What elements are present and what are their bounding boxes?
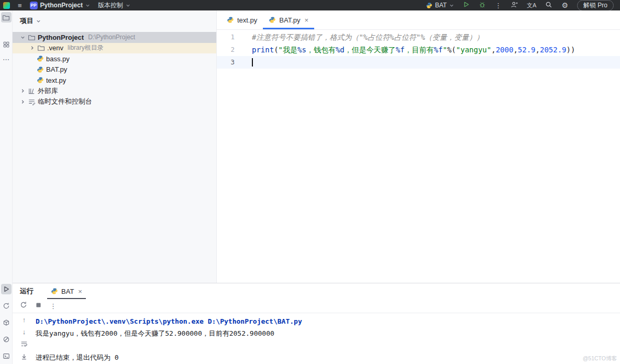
close-icon[interactable]: ×	[305, 16, 309, 24]
vcs-label: 版本控制	[98, 1, 123, 10]
chevron-down-icon	[126, 3, 130, 8]
console-blank-line	[36, 339, 620, 351]
editor-area: text.py BAT.py × 1 #注意符号不要搞错了，格式为（"%占位符%…	[217, 10, 620, 283]
line-number[interactable]: 1	[217, 31, 235, 43]
titlebar: ≡ PP PythonProject 版本控制 BAT ⋮ 文A ⚙ 解锁 Pr…	[0, 0, 620, 10]
chevron-down-icon[interactable]	[20, 35, 26, 40]
project-tree: PythonProject D:\PythonProject .venv lib…	[13, 28, 216, 107]
tree-item-venv[interactable]: .venv library根目录	[13, 43, 216, 54]
run-button[interactable]	[463, 1, 470, 9]
tree-item-detail: D:\PythonProject	[88, 34, 135, 41]
tree-item-bat-py[interactable]: BAT.py	[13, 64, 216, 75]
python-file-icon	[37, 66, 44, 73]
console-output[interactable]: D:\PythonProject\.venv\Scripts\python.ex…	[36, 313, 620, 364]
code-text: print("我是%s，钱包有%d，但是今天赚了%f，目前有%f"%("yang…	[235, 43, 575, 56]
close-icon[interactable]: ×	[78, 288, 82, 295]
chevron-down-icon	[85, 3, 90, 8]
tree-item-text-py[interactable]: text.py	[13, 75, 216, 86]
project-widget[interactable]: PP PythonProject	[30, 2, 90, 9]
project-panel-title: 项目	[20, 16, 34, 26]
packages-tool-icon[interactable]	[1, 317, 12, 328]
watermark: @51CTO博客	[583, 355, 617, 362]
chevron-down-icon	[36, 19, 41, 24]
python-icon	[426, 2, 433, 9]
debug-button[interactable]	[479, 1, 486, 10]
run-config-name: BAT	[435, 2, 447, 9]
code-line-current: 3	[217, 56, 620, 69]
text-caret	[252, 58, 253, 67]
chevron-right-icon[interactable]	[29, 45, 35, 51]
console-more-icon[interactable]: ⋮	[50, 303, 57, 310]
soft-wrap-icon[interactable]	[20, 340, 28, 349]
vcs-widget[interactable]: 版本控制	[98, 1, 130, 10]
problems-tool-icon[interactable]	[1, 334, 12, 345]
more-tool-windows-icon[interactable]: ⋯	[1, 54, 12, 64]
python-file-icon	[51, 288, 58, 295]
line-number[interactable]: 2	[217, 43, 235, 56]
code-line: 1 #注意符号不要搞错了，格式为（"%占位符%占位符"%（变量，变量））	[217, 31, 620, 43]
tab-text-py[interactable]: text.py	[221, 10, 263, 29]
project-tool-icon[interactable]	[1, 12, 12, 23]
python-file-icon	[227, 16, 234, 24]
folder-icon	[37, 44, 45, 52]
tree-item-pythonproject[interactable]: PythonProject D:\PythonProject	[13, 32, 216, 43]
settings-gear-icon[interactable]: ⚙	[561, 2, 568, 9]
up-stacktrace-icon[interactable]: ↑	[23, 316, 26, 324]
python-file-icon	[37, 76, 44, 84]
chevron-down-icon	[449, 3, 454, 8]
scratches-icon	[28, 98, 36, 106]
tool-window-rail: ⋯	[0, 10, 13, 364]
tree-item-label: .venv	[47, 44, 63, 52]
project-panel-header[interactable]: 项目	[13, 10, 216, 28]
services-tool-icon[interactable]	[1, 301, 12, 311]
chevron-right-icon[interactable]	[20, 99, 26, 105]
stop-button[interactable]	[35, 301, 42, 311]
tree-item-label: PythonProject	[38, 34, 84, 41]
tree-item-label: 外部库	[38, 86, 58, 96]
python-file-icon	[269, 16, 276, 24]
run-toolbar: ⋮	[13, 299, 620, 313]
code-text: #注意符号不要搞错了，格式为（"%占位符%占位符"%（变量，变量））	[235, 31, 484, 43]
project-name: PythonProject	[40, 2, 83, 9]
down-stacktrace-icon[interactable]: ↓	[23, 328, 26, 336]
code-editor[interactable]: 1 #注意符号不要搞错了，格式为（"%占位符%占位符"%（变量，变量）） 2 p…	[217, 30, 620, 283]
run-panel-title: 运行	[20, 286, 34, 296]
unlock-pro-button[interactable]: 解锁 Pro	[577, 0, 614, 11]
code-with-me-icon[interactable]	[511, 1, 518, 10]
python-file-icon	[37, 55, 44, 62]
folder-icon	[28, 34, 36, 41]
tab-label: text.py	[237, 16, 257, 24]
tree-item-external-libraries[interactable]: 外部库	[13, 86, 216, 97]
more-actions-icon[interactable]: ⋮	[495, 2, 502, 9]
console-gutter: ↑ ↓	[13, 313, 36, 364]
tab-bat-py[interactable]: BAT.py ×	[263, 10, 314, 29]
library-icon	[28, 87, 36, 95]
console-command-line: D:\PythonProject\.venv\Scripts\python.ex…	[36, 315, 620, 327]
project-badge: PP	[30, 2, 38, 9]
tree-item-label: BAT.py	[46, 65, 67, 73]
run-panel-header: 运行 BAT ×	[13, 283, 620, 299]
console-output-line: 我是yangyu，钱包有2000，但是今天赚了52.900000，目前有2052…	[36, 327, 620, 339]
rerun-button[interactable]	[20, 301, 27, 311]
terminal-tool-icon[interactable]	[1, 351, 12, 361]
code-text	[235, 56, 253, 69]
run-tab-bat[interactable]: BAT ×	[47, 283, 86, 299]
structure-tool-icon[interactable]	[1, 39, 12, 50]
code-line: 2 print("我是%s，钱包有%d，但是今天赚了%f，目前有%f"%("ya…	[217, 43, 620, 56]
scroll-to-end-icon[interactable]	[20, 353, 28, 362]
line-number[interactable]: 3	[217, 56, 235, 69]
tree-item-scratches[interactable]: 临时文件和控制台	[13, 96, 216, 107]
editor-tabs: text.py BAT.py ×	[217, 10, 620, 30]
run-tool-icon[interactable]	[1, 284, 12, 294]
tree-item-label: 临时文件和控制台	[38, 97, 92, 106]
search-icon[interactable]	[545, 1, 552, 10]
tree-item-label: bass.py	[46, 55, 70, 63]
translate-icon[interactable]: 文A	[527, 3, 536, 8]
tree-item-label: text.py	[46, 76, 66, 84]
chevron-right-icon[interactable]	[20, 88, 26, 94]
hamburger-menu-icon[interactable]: ≡	[18, 2, 22, 9]
tree-item-bass-py[interactable]: bass.py	[13, 53, 216, 64]
tree-item-detail: library根目录	[68, 43, 104, 52]
run-config-selector[interactable]: BAT	[426, 2, 454, 9]
pycharm-logo-icon[interactable]	[3, 2, 10, 9]
